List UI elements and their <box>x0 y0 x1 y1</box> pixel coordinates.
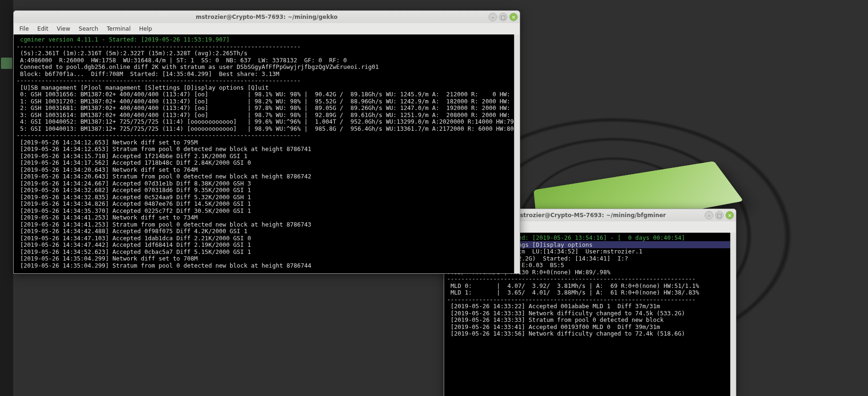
terminal-window-cgminer[interactable]: mstrozier@Crypto-MS-7693: ~/mining/gekko… <box>13 10 520 274</box>
panel-left[interactable] <box>0 0 13 396</box>
scrollbar[interactable] <box>514 34 520 273</box>
menu-terminal[interactable]: Terminal <box>103 25 135 33</box>
close-button[interactable]: × <box>509 13 518 21</box>
menu-help[interactable]: Help <box>135 25 156 33</box>
panel-app-icon[interactable] <box>1 58 12 69</box>
scrollbar[interactable] <box>730 233 736 396</box>
maximize-button[interactable]: □ <box>715 211 724 219</box>
menu-search[interactable]: Search <box>75 25 102 33</box>
minimize-button[interactable]: – <box>489 13 497 21</box>
menu-file[interactable]: File <box>16 25 33 33</box>
menubar: File Edit View Search Terminal Help <box>14 23 520 34</box>
close-button[interactable]: × <box>725 211 734 219</box>
window-title: mstrozier@Crypto-MS-7693: ~/mining/gekko <box>14 14 520 20</box>
maximize-button[interactable]: □ <box>499 13 507 21</box>
terminal-output[interactable]: cgminer version 4.11.1 - Started: [2019-… <box>14 34 514 273</box>
menu-view[interactable]: View <box>53 25 74 33</box>
titlebar[interactable]: mstrozier@Crypto-MS-7693: ~/mining/gekko… <box>14 11 520 23</box>
menu-edit[interactable]: Edit <box>34 25 52 33</box>
minimize-button[interactable]: – <box>705 211 713 219</box>
